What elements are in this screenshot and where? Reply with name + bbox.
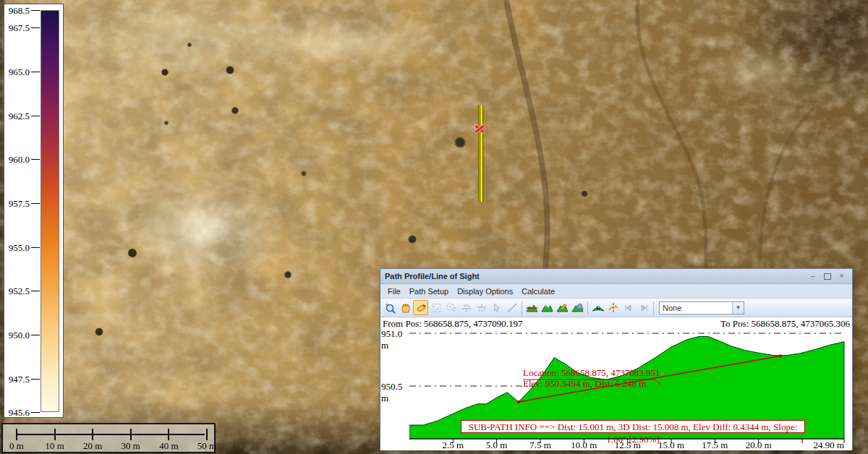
toolbar-separator — [653, 301, 654, 314]
elevation-annotation: Elev: 950.3494 m, Dist: 6.248 m — [523, 378, 646, 389]
terrain-peak-icon[interactable] — [540, 300, 555, 315]
legend-tick — [31, 27, 40, 28]
legend-tick-label: 960.0 — [5, 155, 30, 164]
scale-tick-label: 40 m — [154, 440, 183, 452]
legend-tick — [31, 203, 40, 204]
menu-path-setup[interactable]: Path Setup — [405, 286, 453, 297]
elevation-legend: 968.5967.5965.0962.5960.0957.5955.0952.5… — [4, 4, 64, 418]
pick-cursor-icon[interactable] — [489, 300, 504, 315]
menu-bar: File Path Setup Display Options Calculat… — [380, 284, 852, 299]
scale-tick — [168, 429, 169, 440]
x-axis-label: 5.0 m — [486, 440, 508, 451]
view-shed-icon[interactable] — [590, 300, 605, 315]
to-pos-label: To Pos: 568658.875, 4737065.306 — [720, 318, 850, 332]
x-axis-label: 7.5 m — [529, 440, 551, 451]
current-position-marker-icon[interactable] — [474, 124, 485, 134]
scale-tick — [206, 429, 208, 440]
terrain-edit-icon[interactable] — [555, 300, 570, 315]
legend-tick — [31, 159, 40, 160]
cut-and-fill-icon[interactable] — [524, 300, 540, 315]
path-line-core — [480, 105, 480, 202]
maximize-button[interactable] — [821, 271, 833, 281]
scale-tick — [16, 429, 17, 440]
scale-tick-label: 0 m — [2, 440, 31, 452]
map-scale-bar: 0 m10 m20 m30 m40 m50 m — [1, 423, 216, 453]
x-axis-label: 17.5 m — [702, 440, 728, 451]
zoom-tool-icon[interactable]: + — [383, 300, 398, 315]
prev-sample-icon[interactable] — [621, 300, 636, 315]
legend-tick-label: 947.5 — [5, 374, 30, 384]
legend-tick — [31, 116, 40, 116]
legend-tick — [31, 379, 40, 380]
toolbar: + — [380, 299, 852, 317]
legend-tick-label: 945.6 — [5, 408, 30, 417]
location-annotation: Location: 568658.875, 4737083.951 — [523, 367, 660, 378]
y-axis-label: 950.5 m — [381, 381, 408, 404]
legend-tick-label: 952.5 — [5, 286, 30, 296]
legend-tick — [31, 247, 40, 248]
x-axis-label: 2.5 m — [443, 440, 464, 451]
legend-tick-label: 950.0 — [5, 330, 30, 340]
legend-tick-label: 968.5 — [5, 6, 30, 15]
scale-tick — [92, 429, 93, 440]
chevron-down-icon[interactable]: ▼ — [732, 302, 744, 314]
menu-calculate[interactable]: Calculate — [517, 286, 559, 297]
next-sample-icon[interactable] — [636, 300, 651, 315]
position-row: From Pos: 568658.875, 4737090.197 To Pos… — [380, 317, 852, 332]
profile-chart[interactable]: 951.0 m950.5 m 2.5 m5.0 m7.5 m10.0 m12.5… — [380, 332, 852, 450]
overlay-select-value: None — [660, 304, 732, 312]
legend-tick — [31, 412, 40, 413]
path-profile-window: Path Profile/Line of Sight – × File Path… — [380, 268, 853, 450]
legend-tick — [31, 72, 40, 72]
scale-tick-label: 20 m — [78, 440, 107, 452]
pan-tool-icon[interactable] — [398, 300, 413, 315]
los-start-marker — [517, 401, 520, 403]
menu-display-options[interactable]: Display Options — [453, 286, 517, 297]
close-button[interactable]: × — [835, 271, 848, 281]
legend-tick-label: 962.5 — [5, 111, 30, 121]
scale-tick — [130, 429, 132, 440]
scale-tick — [54, 429, 56, 440]
scale-tick-label: 30 m — [116, 440, 145, 452]
los-end-marker — [779, 355, 782, 358]
legend-tick-label: 967.5 — [5, 23, 30, 33]
scale-bar-line — [16, 434, 205, 435]
toolbar-separator — [587, 301, 588, 314]
toolbar-separator — [522, 301, 522, 314]
overlay-select[interactable]: None ▼ — [659, 301, 744, 314]
measure-line-icon[interactable] — [504, 300, 519, 315]
app-root: { "colorbar": { "ticks": [ {"v": 968.5, … — [0, 0, 868, 454]
profile-path-line[interactable] — [477, 105, 482, 202]
legend-tick — [31, 10, 40, 11]
x-axis-label: 24.90 m — [813, 440, 844, 451]
legend-tick — [31, 291, 40, 291]
x-axis-label: 10.0 m — [571, 440, 597, 451]
flatten-above-icon[interactable] — [459, 300, 474, 315]
path-pick-tool-icon[interactable] — [413, 300, 428, 315]
minimize-button[interactable]: – — [807, 271, 819, 281]
legend-tick-label: 955.0 — [5, 243, 30, 252]
legend-tick-label: 965.0 — [5, 67, 30, 77]
profile-marker-icon[interactable] — [605, 300, 621, 315]
y-axis-label: 951.0 m — [381, 328, 408, 351]
x-axis-label: 15.0 m — [658, 440, 684, 451]
scale-tick-label: 50 m — [192, 440, 221, 452]
select-region-icon[interactable] — [428, 300, 443, 315]
menu-file[interactable]: File — [383, 286, 405, 297]
legend-tick — [31, 335, 40, 335]
elevation-gradient-bar — [41, 10, 59, 412]
scale-tick-label: 10 m — [41, 440, 69, 452]
window-titlebar[interactable]: Path Profile/Line of Sight – × — [380, 269, 852, 284]
window-title: Path Profile/Line of Sight — [385, 272, 804, 280]
legend-tick-label: 957.5 — [5, 199, 30, 208]
x-axis-label: 20.0 m — [746, 440, 772, 451]
terrain-tools-icon[interactable] — [570, 300, 585, 315]
flatten-below-icon[interactable] — [474, 300, 489, 315]
svg-text:+: + — [386, 302, 388, 307]
select-points-icon[interactable] — [443, 300, 459, 315]
subpath-info-box: SUB-PATH INFO ==> Dist: 15.001 m, 3D Dis… — [461, 420, 805, 433]
